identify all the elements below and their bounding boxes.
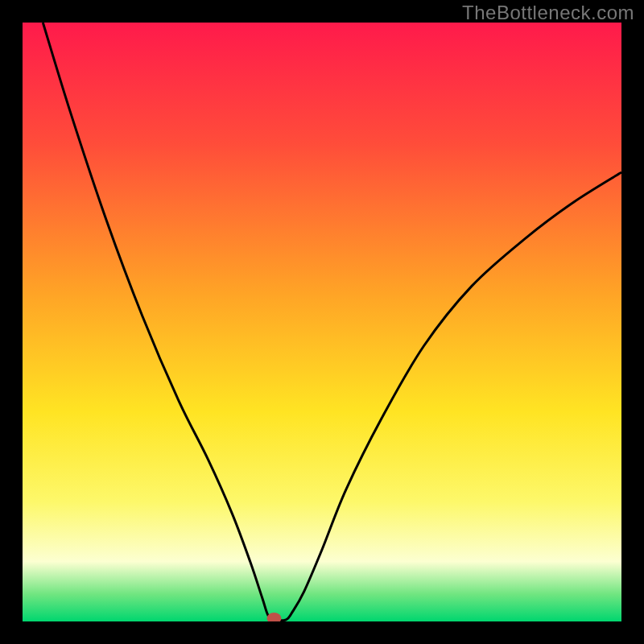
- gradient-background: [23, 23, 621, 621]
- watermark-text: TheBottleneck.com: [462, 2, 634, 24]
- figure-root: TheBottleneck.com: [0, 0, 644, 644]
- plot-frame: [23, 23, 621, 621]
- bottleneck-chart: [23, 23, 621, 621]
